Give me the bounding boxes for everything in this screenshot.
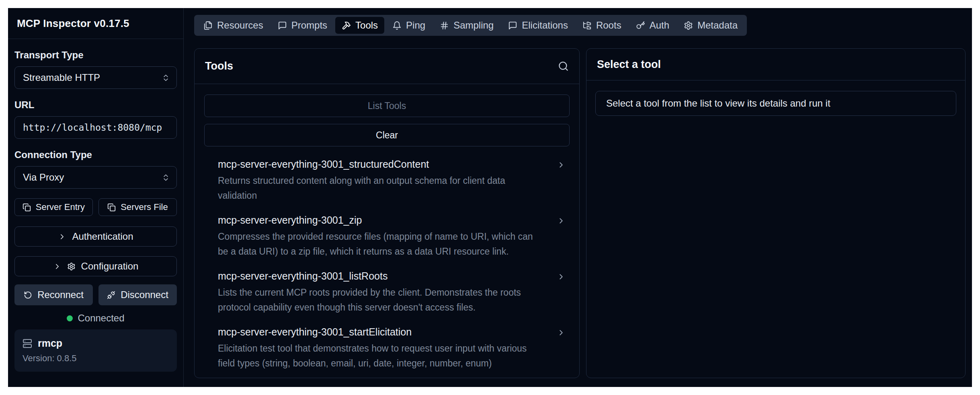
empty-state-message: Select a tool from the list to view its …: [595, 91, 956, 116]
tab-tools[interactable]: Tools: [335, 17, 384, 34]
chevrons-up-down-icon: [162, 74, 170, 82]
tool-description: Compresses the provided resource files (…: [218, 229, 542, 259]
connection-type-value: Via Proxy: [23, 172, 64, 183]
sidebar-body: Transport Type Streamable HTTP URL Conne…: [8, 39, 183, 372]
tool-list-item[interactable]: mcp-server-everything-3001_zipCompresses…: [204, 209, 570, 265]
transport-type-select[interactable]: Streamable HTTP: [14, 66, 177, 89]
configuration-label: Configuration: [81, 261, 139, 272]
chevron-right-icon: [557, 160, 566, 169]
tab-resources[interactable]: Resources: [197, 17, 270, 34]
connection-type-select[interactable]: Via Proxy: [14, 166, 177, 189]
tool-list: mcp-server-everything-3001_structuredCon…: [204, 153, 570, 378]
tool-name: mcp-server-everything-3001_startElicitat…: [218, 326, 542, 338]
hammer-icon: [342, 21, 351, 30]
status-dot: [67, 315, 73, 321]
tab-ping[interactable]: Ping: [386, 17, 432, 34]
tab-label: Auth: [650, 20, 669, 31]
search-icon: [558, 61, 569, 72]
configuration-expander[interactable]: Configuration: [14, 256, 177, 276]
url-input[interactable]: [14, 116, 177, 139]
connection-status: Connected: [14, 313, 177, 324]
message-square-icon: [278, 21, 287, 30]
disconnect-button[interactable]: Disconnect: [98, 284, 177, 305]
url-label: URL: [14, 99, 177, 111]
transport-type-label: Transport Type: [14, 49, 177, 61]
tab-sampling[interactable]: Sampling: [433, 17, 500, 34]
chevron-right-icon: [58, 232, 66, 241]
bell-icon: [392, 21, 402, 30]
chevron-right-icon: [557, 272, 566, 281]
server-icon: [23, 339, 32, 348]
sidebar: MCP Inspector v0.17.5 Transport Type Str…: [8, 8, 184, 387]
server-entry-label: Server Entry: [36, 202, 85, 212]
tab-roots[interactable]: Roots: [576, 17, 628, 34]
chevron-right-icon: [557, 216, 566, 225]
tab-metadata[interactable]: Metadata: [677, 17, 744, 34]
authentication-expander[interactable]: Authentication: [14, 226, 177, 247]
settings-icon: [684, 21, 693, 30]
tab-label: Metadata: [697, 20, 738, 31]
tool-item-main: mcp-server-everything-3001_startElicitat…: [218, 326, 557, 371]
tool-name: mcp-server-everything-3001_zip: [218, 214, 542, 226]
authentication-label: Authentication: [72, 231, 133, 242]
app-title: MCP Inspector v0.17.5: [17, 17, 129, 30]
tab-label: Ping: [406, 20, 425, 31]
server-name: rmcp: [38, 337, 62, 349]
server-entry-button[interactable]: Server Entry: [14, 198, 93, 216]
files-icon: [203, 21, 213, 30]
copy-icon: [23, 203, 31, 212]
tool-name: mcp-server-everything-3001_structuredCon…: [218, 158, 542, 170]
tool-item-main: mcp-server-everything-3001_structuredCon…: [218, 158, 557, 203]
detail-panel-title: Select a tool: [597, 58, 661, 71]
tool-list-item[interactable]: mcp-server-everything-3001_startElicitat…: [204, 321, 570, 376]
chevron-right-icon: [53, 262, 62, 271]
status-label: Connected: [78, 313, 124, 324]
connection-type-label: Connection Type: [14, 149, 177, 160]
hash-icon: [440, 21, 449, 30]
search-button[interactable]: [558, 61, 569, 72]
copy-icon: [107, 203, 116, 212]
main-area: ResourcesPromptsToolsPingSamplingElicita…: [184, 8, 972, 387]
server-info-card: rmcp Version: 0.8.5: [14, 329, 177, 372]
tab-label: Resources: [217, 20, 263, 31]
tab-auth[interactable]: Auth: [629, 17, 676, 34]
tool-description: Lists the current MCP roots provided by …: [218, 285, 542, 315]
clear-button[interactable]: Clear: [204, 124, 570, 146]
top-navbar: ResourcesPromptsToolsPingSamplingElicita…: [194, 15, 747, 36]
unplug-icon: [107, 291, 115, 299]
tab-elicitations[interactable]: Elicitations: [502, 17, 574, 34]
chevron-right-icon: [557, 328, 566, 337]
tools-panel-title: Tools: [205, 60, 233, 72]
sidebar-header: MCP Inspector v0.17.5: [8, 8, 183, 39]
tool-item-main: mcp-server-everything-3001_zipCompresses…: [218, 214, 557, 259]
transport-type-value: Streamable HTTP: [23, 72, 100, 83]
tool-detail-panel: Select a tool Select a tool from the lis…: [586, 48, 966, 378]
servers-file-button[interactable]: Servers File: [98, 198, 177, 216]
tab-label: Elicitations: [522, 20, 568, 31]
tab-label: Roots: [596, 20, 621, 31]
server-version: Version: 0.8.5: [23, 353, 169, 364]
tool-list-item[interactable]: mcp-website-fetcher_fetchFetches a websi…: [204, 376, 570, 378]
gear-icon: [67, 262, 76, 271]
tool-description: Returns structured content along with an…: [218, 173, 542, 203]
tools-panel: Tools List Tools Clear mcp-server-everyt…: [194, 48, 580, 378]
reconnect-label: Reconnect: [37, 289, 84, 300]
list-tools-button[interactable]: List Tools: [204, 95, 570, 117]
tool-list-item[interactable]: mcp-server-everything-3001_structuredCon…: [204, 153, 570, 209]
rotate-ccw-icon: [24, 291, 32, 299]
key-icon: [636, 21, 645, 30]
chevrons-up-down-icon: [162, 173, 170, 182]
tab-label: Tools: [355, 20, 378, 31]
tool-list-item[interactable]: mcp-server-everything-3001_listRootsList…: [204, 265, 570, 321]
tab-label: Prompts: [291, 20, 327, 31]
tool-description: Elicitation test tool that demonstrates …: [218, 341, 542, 371]
servers-file-label: Servers File: [121, 202, 168, 212]
app-window: MCP Inspector v0.17.5 Transport Type Str…: [8, 8, 972, 387]
tool-item-main: mcp-server-everything-3001_listRootsList…: [218, 270, 557, 315]
tool-name: mcp-server-everything-3001_listRoots: [218, 270, 542, 282]
folder-tree-icon: [582, 21, 592, 30]
message-square-icon: [508, 21, 517, 30]
reconnect-button[interactable]: Reconnect: [14, 284, 93, 305]
disconnect-label: Disconnect: [121, 289, 168, 300]
tab-prompts[interactable]: Prompts: [271, 17, 334, 34]
